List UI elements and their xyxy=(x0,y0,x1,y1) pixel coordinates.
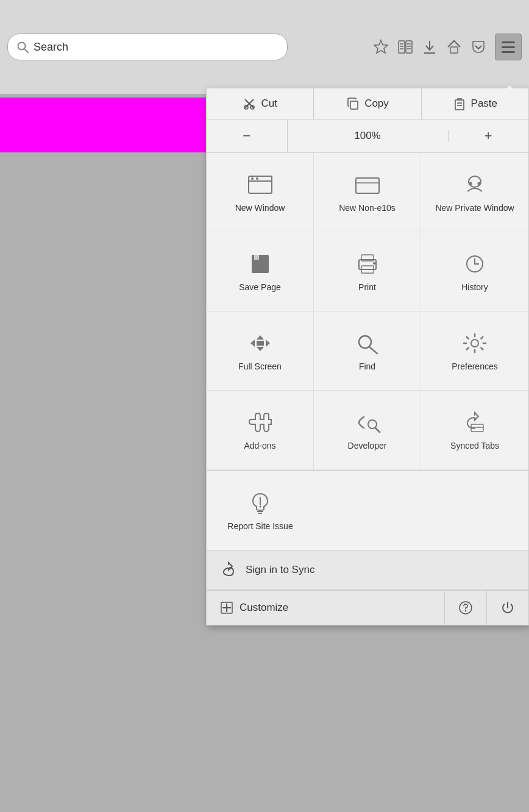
svg-line-1 xyxy=(24,49,28,52)
svg-rect-4 xyxy=(406,41,412,53)
print-label: Print xyxy=(358,282,376,293)
full-screen-button[interactable]: Full Screen xyxy=(207,312,314,391)
sync-icon xyxy=(220,561,237,579)
save-page-label: Save Page xyxy=(239,282,281,293)
svg-point-30 xyxy=(478,182,481,185)
new-non-e10s-icon xyxy=(354,173,381,196)
save-page-icon xyxy=(247,252,274,276)
developer-icon xyxy=(354,411,381,434)
svg-rect-42 xyxy=(257,341,264,346)
svg-point-36 xyxy=(373,262,375,265)
search-input[interactable] xyxy=(34,41,279,54)
help-button[interactable] xyxy=(445,591,487,625)
new-window-icon xyxy=(247,173,274,196)
full-screen-icon xyxy=(247,332,274,355)
svg-rect-19 xyxy=(455,100,464,110)
pocket-icon[interactable] xyxy=(470,39,486,55)
svg-rect-3 xyxy=(399,41,405,53)
cut-icon xyxy=(243,97,256,110)
bottom-items-row: Report Site Issue xyxy=(207,471,528,550)
help-icon xyxy=(458,600,473,615)
save-page-button[interactable]: Save Page xyxy=(207,232,314,312)
hamburger-line xyxy=(502,51,515,53)
zoom-out-button[interactable]: − xyxy=(207,119,288,152)
report-site-issue-button[interactable]: Report Site Issue xyxy=(207,471,314,550)
zoom-row: − 100% + xyxy=(207,119,528,153)
new-window-label: New Window xyxy=(235,202,285,213)
zoom-increase-label: + xyxy=(485,128,492,144)
zoom-value-display: 100% xyxy=(288,130,449,142)
preferences-icon xyxy=(461,332,488,355)
hamburger-line xyxy=(502,46,515,48)
find-icon xyxy=(354,332,381,355)
reader-view-icon[interactable] xyxy=(397,39,413,55)
copy-button[interactable]: Copy xyxy=(314,88,421,119)
svg-point-53 xyxy=(259,505,261,507)
svg-rect-26 xyxy=(356,178,379,193)
home-icon[interactable] xyxy=(446,39,462,55)
history-label: History xyxy=(461,282,488,293)
svg-rect-13 xyxy=(450,47,458,53)
synced-tabs-label: Synced Tabs xyxy=(450,440,499,451)
search-bar[interactable] xyxy=(7,34,288,60)
report-site-issue-icon xyxy=(247,491,274,515)
addons-label: Add-ons xyxy=(244,440,275,451)
paste-button[interactable]: Paste xyxy=(422,88,528,119)
svg-line-47 xyxy=(375,428,380,432)
report-site-issue-label: Report Site Issue xyxy=(227,521,293,532)
full-screen-label: Full Screen xyxy=(238,361,282,372)
history-icon xyxy=(461,252,488,276)
hamburger-line xyxy=(502,41,515,43)
customize-plus-icon xyxy=(220,601,233,614)
zoom-in-button[interactable]: + xyxy=(449,119,529,152)
sign-in-to-sync-button[interactable]: Sign in to Sync xyxy=(207,550,528,590)
copy-label: Copy xyxy=(364,98,389,110)
toolbar xyxy=(0,0,529,94)
svg-point-45 xyxy=(471,340,478,347)
download-icon[interactable] xyxy=(422,39,438,55)
find-button[interactable]: Find xyxy=(314,312,421,391)
addons-button[interactable]: Add-ons xyxy=(207,391,314,470)
menu-grid: New Window New Non-e10s New Private Wind… xyxy=(207,153,528,471)
cut-label: Cut xyxy=(261,98,277,110)
preferences-button[interactable]: Preferences xyxy=(421,312,528,391)
svg-rect-32 xyxy=(254,255,259,260)
developer-label: Developer xyxy=(348,440,387,451)
new-private-window-button[interactable]: New Private Window xyxy=(421,153,528,232)
new-private-window-icon xyxy=(461,173,488,196)
sync-label: Sign in to Sync xyxy=(246,564,314,576)
paste-label: Paste xyxy=(471,98,497,110)
hamburger-menu-button[interactable] xyxy=(495,34,522,60)
zoom-decrease-label: − xyxy=(243,128,250,144)
customize-label: Customize xyxy=(240,602,288,614)
svg-marker-2 xyxy=(374,40,388,53)
new-private-window-label: New Private Window xyxy=(435,202,514,213)
search-icon xyxy=(16,41,29,53)
svg-point-58 xyxy=(465,610,466,611)
customize-row: Customize xyxy=(207,590,528,625)
history-button[interactable]: History xyxy=(421,232,528,312)
customize-button[interactable]: Customize xyxy=(207,591,445,624)
paste-icon xyxy=(453,97,466,110)
star-icon[interactable] xyxy=(373,39,389,55)
power-icon xyxy=(500,600,515,615)
addons-icon xyxy=(247,411,274,434)
new-non-e10s-label: New Non-e10s xyxy=(339,202,396,213)
new-non-e10s-button[interactable]: New Non-e10s xyxy=(314,153,421,232)
print-button[interactable]: Print xyxy=(314,232,421,312)
power-button[interactable] xyxy=(487,591,528,625)
svg-marker-41 xyxy=(266,340,270,347)
developer-button[interactable]: Developer xyxy=(314,391,421,470)
svg-point-25 xyxy=(256,177,258,180)
magenta-block xyxy=(0,98,207,152)
new-window-button[interactable]: New Window xyxy=(207,153,314,232)
svg-marker-38 xyxy=(257,335,264,340)
svg-marker-39 xyxy=(257,347,264,351)
toolbar-icons xyxy=(373,34,522,60)
svg-rect-18 xyxy=(350,101,358,109)
edit-row: Cut Copy Paste xyxy=(207,88,528,119)
preferences-label: Preferences xyxy=(452,361,497,372)
synced-tabs-button[interactable]: Synced Tabs xyxy=(421,391,528,470)
svg-line-44 xyxy=(369,347,377,354)
cut-button[interactable]: Cut xyxy=(207,88,314,119)
